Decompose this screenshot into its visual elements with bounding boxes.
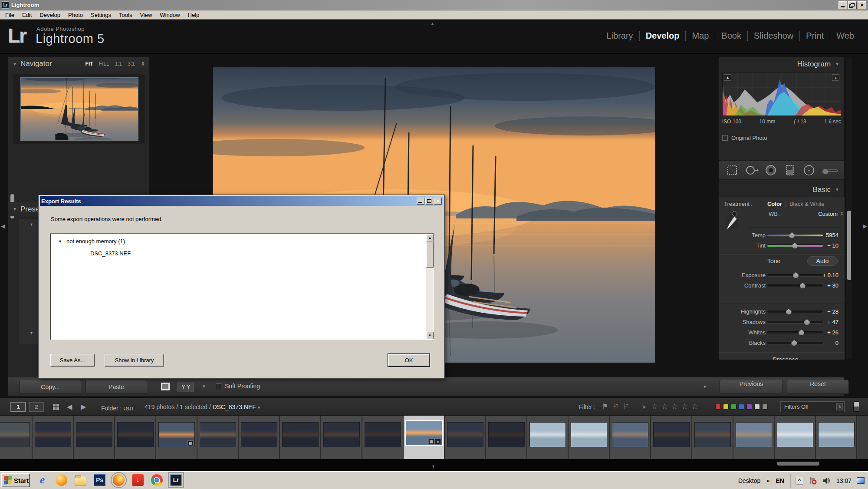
folder-expander-icon[interactable]: ▼ <box>30 331 33 335</box>
dialog-titlebar[interactable]: Export Results × <box>40 196 443 206</box>
volume-icon[interactable] <box>822 477 831 485</box>
results-listbox[interactable]: ▼ not enough memory (1) DSC_8373.NEF ▲ ▼ <box>50 233 434 340</box>
previous-button[interactable]: Previous <box>720 380 783 394</box>
filmstrip-thumbnail[interactable] <box>321 416 362 459</box>
rating-ge-icon[interactable]: ≥ <box>642 403 646 410</box>
zoom-fit[interactable]: FIT <box>85 61 93 67</box>
filmstrip-thumbnail[interactable] <box>733 416 775 459</box>
download-icon[interactable]: ↓ <box>132 474 144 486</box>
filmstrip-thumbnail[interactable] <box>0 416 33 459</box>
previous-photo-icon[interactable]: ◀ <box>67 403 72 411</box>
navigator-preview[interactable] <box>13 74 145 144</box>
dialog-minimize-button[interactable] <box>417 198 424 205</box>
right-panel-collapse-icon[interactable]: ▶ <box>863 223 867 229</box>
flag-unflagged-icon[interactable]: ⚐ <box>612 402 618 410</box>
scrollbar-thumb[interactable] <box>426 241 434 268</box>
radial-filter-icon[interactable] <box>802 164 816 177</box>
filmstrip-thumbnail[interactable] <box>816 416 857 459</box>
top-panel-reveal-icon[interactable]: ▲ <box>431 21 434 26</box>
module-slideshow[interactable]: Slideshow <box>748 31 799 41</box>
wb-value[interactable]: Custom <box>818 211 838 217</box>
display-settings-icon[interactable] <box>857 477 865 484</box>
histogram-header[interactable]: Histogram ▼ <box>719 57 844 71</box>
filmstrip-thumbnail[interactable] <box>33 416 74 459</box>
flag-reject-icon[interactable]: ⚐ <box>623 402 629 410</box>
security-alert-icon[interactable] <box>809 476 817 485</box>
filters-toggle-switch[interactable] <box>853 401 859 412</box>
ok-button[interactable]: OK <box>388 354 430 367</box>
treatment-color-option[interactable]: Color <box>767 201 782 207</box>
highlights-slider[interactable] <box>767 311 823 313</box>
filmstrip-thumbnail[interactable] <box>239 416 280 459</box>
filmstrip-thumbnail[interactable] <box>74 416 115 459</box>
selection-status[interactable]: 419 photos / 1 selected / DSC_8373.NEF ▾ <box>145 403 260 410</box>
copy-button[interactable]: Copy... <box>20 380 81 394</box>
filmstrip-thumbnail[interactable]: ▩± <box>404 416 445 459</box>
ie-icon[interactable]: e <box>36 474 48 486</box>
filmstrip-thumbnail[interactable] <box>197 416 239 459</box>
filters-preset-dropdown[interactable]: Filters Off ⇕ <box>780 401 845 412</box>
menu-develop[interactable]: Develop <box>36 11 64 19</box>
temp-slider[interactable] <box>767 234 823 236</box>
adjustment-badge-icon[interactable]: ± <box>435 439 441 444</box>
toolbar-overflow-icon[interactable]: » <box>766 477 769 484</box>
folder-icon[interactable] <box>75 477 86 486</box>
filmstrip-thumbnail[interactable] <box>362 416 404 459</box>
dialog-maximize-button[interactable] <box>425 198 433 205</box>
save-as-button[interactable]: Save As... <box>50 354 95 367</box>
folder-expander-icon[interactable]: ▼ <box>30 222 33 227</box>
filmstrip-thumbnail[interactable] <box>115 416 156 459</box>
start-button[interactable]: Start <box>1 473 30 487</box>
star-filter-icon[interactable]: ☆ <box>661 402 668 411</box>
shadow-clipping-icon[interactable]: ▲ <box>724 74 731 81</box>
filmstrip-thumbnail[interactable] <box>486 416 527 459</box>
star-filter-icon[interactable]: ☆ <box>691 402 698 411</box>
spot-removal-icon[interactable] <box>744 164 759 177</box>
paste-button[interactable]: Paste <box>85 380 147 394</box>
module-print[interactable]: Print <box>800 31 830 41</box>
exposure-slider[interactable] <box>767 274 823 276</box>
filmstrip-thumbnail[interactable] <box>610 416 651 459</box>
blacks-slider[interactable] <box>767 342 823 344</box>
filmstrip-thumbnail[interactable] <box>569 416 610 459</box>
filmstrip-scrollbar[interactable] <box>777 462 819 466</box>
close-button[interactable]: × <box>858 1 866 9</box>
left-panel-collapse-icon[interactable]: ◀ <box>1 223 5 229</box>
crop-badge-icon[interactable]: ▩ <box>187 440 194 446</box>
treatment-bw-option[interactable]: Black & White <box>789 201 825 207</box>
highlight-clipping-icon[interactable]: ▲ <box>832 74 839 81</box>
menu-edit[interactable]: Edit <box>19 11 35 19</box>
menu-window[interactable]: Window <box>156 11 183 19</box>
crop-overlay-icon[interactable] <box>725 164 740 177</box>
color-label-icon[interactable] <box>754 404 760 410</box>
color-label-icon[interactable] <box>731 404 736 410</box>
crop-badge-icon[interactable]: ▩ <box>428 439 434 444</box>
right-panel-scrollbar[interactable] <box>846 56 852 359</box>
main-window-button[interactable]: 1 <box>10 402 26 412</box>
module-book[interactable]: Book <box>715 31 747 41</box>
color-label-icon[interactable] <box>762 404 768 410</box>
flag-pick-icon[interactable]: ⚑ <box>602 402 608 410</box>
folder-indicator[interactable]: Folder : เธภ <box>101 403 133 413</box>
star-filter-icon[interactable]: ☆ <box>651 402 658 411</box>
desktop-toolbar[interactable]: Desktop <box>738 477 760 484</box>
before-after-dropdown-icon[interactable]: ▾ <box>203 383 205 389</box>
zoom-1-1[interactable]: 1:1 <box>115 61 122 67</box>
zoom-3-1[interactable]: 3:1 <box>128 61 135 67</box>
restore-button[interactable] <box>848 1 857 9</box>
filmstrip-thumbnail[interactable] <box>692 416 733 459</box>
color-label-icon[interactable] <box>746 404 752 410</box>
color-label-icon[interactable] <box>715 404 721 410</box>
filmstrip-thumbnail[interactable] <box>651 416 692 459</box>
color-label-icon[interactable] <box>723 404 729 410</box>
menu-tools[interactable]: Tools <box>115 11 135 19</box>
filmstrip-thumbnail[interactable] <box>280 416 321 459</box>
before-after-button[interactable]: Y Y <box>178 382 194 392</box>
shadows-slider[interactable] <box>767 321 823 323</box>
filename-dropdown-icon[interactable]: ▾ <box>258 405 260 410</box>
zoom-fill[interactable]: FILL <box>99 61 109 67</box>
soft-proofing-checkbox[interactable] <box>216 383 221 389</box>
bottom-panel-reveal-icon[interactable]: ▼ <box>431 464 435 469</box>
whites-slider[interactable] <box>767 331 823 334</box>
lightroom-icon[interactable]: Lr <box>170 474 182 486</box>
